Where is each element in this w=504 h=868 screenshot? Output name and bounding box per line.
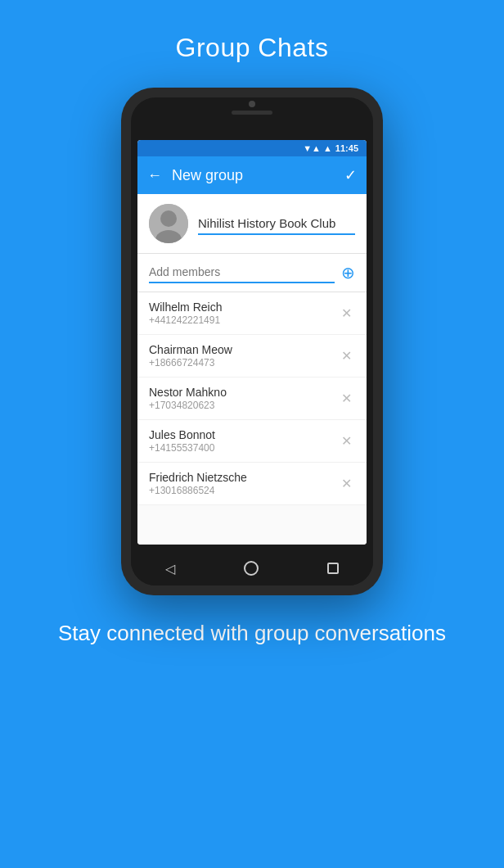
status-bar: ▼▲ ▲ 11:45 — [137, 140, 367, 156]
back-button[interactable]: ← — [147, 167, 162, 184]
member-name: Wilhelm Reich — [149, 301, 222, 314]
member-info: Wilhelm Reich +441242221491 — [149, 301, 222, 326]
list-item: Jules Bonnot +14155537400 ✕ — [137, 420, 367, 463]
member-info: Friedrich Nietzsche +13016886524 — [149, 471, 247, 496]
member-name: Friedrich Nietzsche — [149, 471, 247, 484]
nav-recent-button[interactable] — [327, 563, 339, 574]
nav-back-button[interactable]: ◁ — [165, 561, 175, 576]
bottom-text: Stay connected with group conversations — [25, 620, 479, 648]
member-phone: +17034820623 — [149, 400, 227, 411]
member-phone: +14155537400 — [149, 442, 215, 454]
status-time: 11:45 — [335, 143, 358, 153]
member-info: Jules Bonnot +14155537400 — [149, 428, 215, 454]
remove-member-button[interactable]: ✕ — [338, 302, 355, 324]
member-info: Chairman Meow +18666724473 — [149, 343, 232, 368]
nav-home-button[interactable] — [244, 561, 259, 576]
member-name: Jules Bonnot — [149, 428, 215, 441]
member-name: Chairman Meow — [149, 343, 232, 356]
app-bar-title: New group — [172, 167, 243, 184]
confirm-button[interactable]: ✓ — [344, 166, 357, 184]
status-icons: ▼▲ ▲ — [303, 143, 332, 153]
member-phone: +441242221491 — [149, 314, 222, 326]
members-list: Wilhelm Reich +441242221491 ✕ Chairman M… — [137, 292, 367, 545]
list-item: Nestor Mahkno +17034820623 ✕ — [137, 377, 367, 420]
signal-icon: ▼▲ — [303, 143, 321, 153]
add-members-input[interactable] — [149, 262, 335, 283]
phone-device: ▼▲ ▲ 11:45 ← New group ✓ — [121, 88, 383, 595]
group-avatar — [149, 204, 188, 243]
remove-member-button[interactable]: ✕ — [338, 430, 355, 452]
group-name-input[interactable] — [198, 213, 355, 235]
member-info: Nestor Mahkno +17034820623 — [149, 386, 227, 411]
phone-inner: ▼▲ ▲ 11:45 ← New group ✓ — [131, 97, 373, 585]
page-title: Group Chats — [176, 33, 329, 63]
screen: ▼▲ ▲ 11:45 ← New group ✓ — [137, 140, 367, 545]
camera-dot — [249, 101, 255, 107]
camera-area — [232, 101, 272, 115]
list-item: Wilhelm Reich +441242221491 ✕ — [137, 292, 367, 335]
app-bar: ← New group ✓ — [137, 156, 367, 194]
speaker-bar — [232, 111, 272, 115]
remove-member-button[interactable]: ✕ — [338, 472, 355, 495]
nav-bar: ◁ — [131, 551, 373, 585]
list-item: Friedrich Nietzsche +13016886524 ✕ — [137, 463, 367, 505]
add-member-button[interactable]: ⊕ — [341, 263, 355, 283]
member-phone: +13016886524 — [149, 485, 247, 496]
wifi-icon: ▲ — [323, 143, 332, 153]
member-name: Nestor Mahkno — [149, 386, 227, 399]
remove-member-button[interactable]: ✕ — [338, 387, 355, 409]
member-phone: +18666724473 — [149, 357, 232, 368]
svg-point-1 — [160, 210, 177, 227]
group-name-area — [137, 194, 367, 254]
add-members-area: ⊕ — [137, 254, 367, 292]
list-item: Chairman Meow +18666724473 ✕ — [137, 335, 367, 377]
app-bar-left: ← New group — [147, 167, 243, 184]
remove-member-button[interactable]: ✕ — [338, 345, 355, 367]
phone-outer: ▼▲ ▲ 11:45 ← New group ✓ — [121, 88, 383, 595]
